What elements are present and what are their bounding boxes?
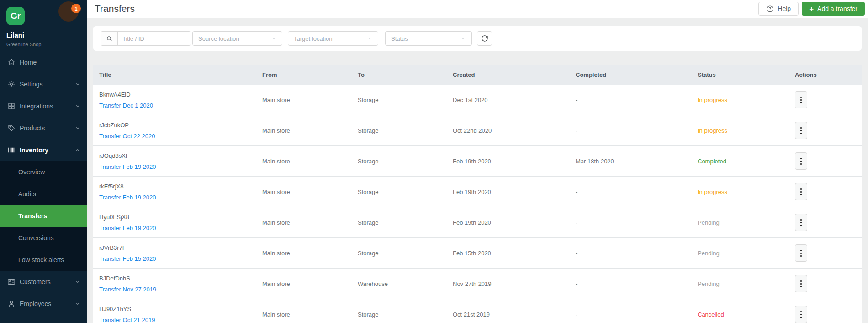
transfer-completed: -	[576, 127, 698, 134]
status-placeholder: Status	[391, 35, 408, 42]
transfer-created: Nov 27th 2019	[453, 280, 576, 287]
sidebar-item-low-stock-alerts[interactable]: Low stock alerts	[0, 249, 87, 271]
table-row: BJDefDnhS Transfer Nov 27 2019 Main stor…	[93, 269, 862, 299]
sidebar-item-overview[interactable]: Overview	[0, 161, 87, 183]
kebab-icon	[800, 311, 802, 312]
shop-name: Greenline Shop	[6, 42, 79, 47]
help-icon	[766, 5, 774, 13]
table-row: HJ90Z1hYS Transfer Oct 21 2019 Main stor…	[93, 299, 862, 323]
status-badge: In progress	[698, 127, 727, 134]
search-icon[interactable]	[101, 32, 118, 45]
transfer-from: Main store	[262, 280, 358, 287]
status-badge: Pending	[698, 219, 720, 226]
transfer-completed: -	[576, 97, 698, 103]
row-actions-button[interactable]	[795, 183, 807, 200]
sidebar-item-settings[interactable]: Settings	[0, 73, 87, 95]
transfer-link[interactable]: Transfer Oct 21 2019	[99, 317, 262, 323]
search-group	[101, 31, 191, 46]
row-actions-button[interactable]	[795, 214, 807, 231]
notification-badge: 1	[71, 4, 81, 13]
chevron-down-icon	[271, 36, 276, 41]
refresh-button[interactable]	[477, 31, 492, 46]
kebab-icon	[800, 188, 802, 190]
target-location-select[interactable]: Target location	[288, 31, 378, 46]
transfer-link[interactable]: Transfer Dec 1 2020	[99, 102, 262, 109]
chevron-down-icon	[75, 81, 80, 87]
transfer-created: Dec 1st 2020	[453, 97, 576, 103]
sidebar-item-inventory[interactable]: Inventory	[0, 139, 87, 161]
add-transfer-button[interactable]: + Add a transfer	[802, 2, 865, 16]
row-actions-button[interactable]	[795, 306, 807, 323]
help-button[interactable]: Help	[758, 2, 799, 16]
transfer-link[interactable]: Transfer Nov 27 2019	[99, 286, 262, 293]
row-actions-button[interactable]	[795, 244, 807, 262]
kebab-icon	[800, 127, 802, 129]
transfer-to: Storage	[358, 97, 453, 103]
sidebar-item-label: Home	[20, 59, 37, 66]
kebab-icon	[800, 250, 802, 251]
sidebar-item-audits[interactable]: Audits	[0, 183, 87, 205]
sidebar-item-home[interactable]: Home	[0, 51, 87, 73]
status-select[interactable]: Status	[385, 31, 472, 46]
transfer-id: rkEf5rjX8	[99, 183, 262, 190]
transfer-from: Main store	[262, 158, 358, 165]
transfer-to: Storage	[358, 188, 453, 195]
column-header-created: Created	[453, 71, 576, 78]
transfer-id: HJ90Z1hYS	[99, 306, 262, 312]
filter-bar: Source location Target location Status	[93, 26, 862, 51]
add-transfer-label: Add a transfer	[817, 5, 857, 12]
kebab-icon	[800, 158, 802, 159]
chevron-up-icon	[75, 147, 80, 153]
kebab-icon	[800, 280, 802, 282]
status-badge: In progress	[698, 188, 727, 195]
page-title: Transfers	[95, 3, 135, 14]
sidebar-item-integrations[interactable]: Integrations	[0, 95, 87, 117]
sidebar-item-customers[interactable]: Customers	[0, 271, 87, 293]
transfers-table: Title From To Created Completed Status A…	[93, 65, 862, 323]
id-card-icon	[7, 278, 16, 286]
column-header-from: From	[262, 71, 358, 78]
sidebar-item-label: Overview	[18, 168, 45, 176]
help-button-label: Help	[778, 5, 791, 12]
transfer-link[interactable]: Transfer Oct 22 2020	[99, 133, 262, 140]
sidebar-item-label: Customers	[20, 278, 51, 285]
barcode-icon	[7, 146, 16, 154]
header-actions: Help + Add a transfer	[758, 2, 865, 16]
transfer-link[interactable]: Transfer Feb 15 2020	[99, 255, 262, 262]
transfer-to: Storage	[358, 311, 453, 318]
sidebar-item-label: Integrations	[20, 102, 53, 110]
transfer-created: Feb 19th 2020	[453, 188, 576, 195]
shop-logo[interactable]: Gr	[6, 7, 25, 25]
row-actions-button[interactable]	[795, 152, 807, 170]
transfer-completed: -	[576, 311, 698, 318]
chevron-down-icon	[75, 301, 80, 307]
column-header-to: To	[358, 71, 453, 78]
transfer-link[interactable]: Transfer Feb 19 2020	[99, 163, 262, 170]
grid-icon	[7, 102, 16, 110]
sidebar-item-conversions[interactable]: Conversions	[0, 227, 87, 249]
transfer-id: rJVrB3r7I	[99, 244, 262, 251]
transfer-completed: -	[576, 219, 698, 226]
sidebar-item-label: Inventory	[20, 146, 48, 154]
transfer-from: Main store	[262, 188, 358, 195]
row-actions-button[interactable]	[795, 91, 807, 108]
kebab-icon	[800, 97, 802, 98]
sidebar-item-products[interactable]: Products	[0, 117, 87, 139]
transfer-link[interactable]: Transfer Feb 19 2020	[99, 194, 262, 201]
chevron-down-icon	[367, 36, 372, 41]
sidebar-item-partial[interactable]	[0, 315, 87, 323]
notification-avatar[interactable]: 1	[58, 1, 79, 22]
transfer-from: Main store	[262, 250, 358, 257]
source-location-placeholder: Source location	[198, 35, 239, 42]
table-row: rkEf5rjX8 Transfer Feb 19 2020 Main stor…	[93, 177, 862, 207]
sidebar-item-employees[interactable]: Employees	[0, 293, 87, 315]
search-input[interactable]	[118, 32, 191, 45]
transfer-link[interactable]: Transfer Feb 19 2020	[99, 225, 262, 231]
source-location-select[interactable]: Source location	[192, 31, 282, 46]
sidebar-item-transfers[interactable]: Transfers	[0, 205, 87, 227]
user-name: Lilani	[6, 31, 79, 39]
transfer-created: Feb 15th 2020	[453, 250, 576, 257]
row-actions-button[interactable]	[795, 122, 807, 139]
row-actions-button[interactable]	[795, 275, 807, 292]
status-badge: Pending	[698, 250, 720, 257]
